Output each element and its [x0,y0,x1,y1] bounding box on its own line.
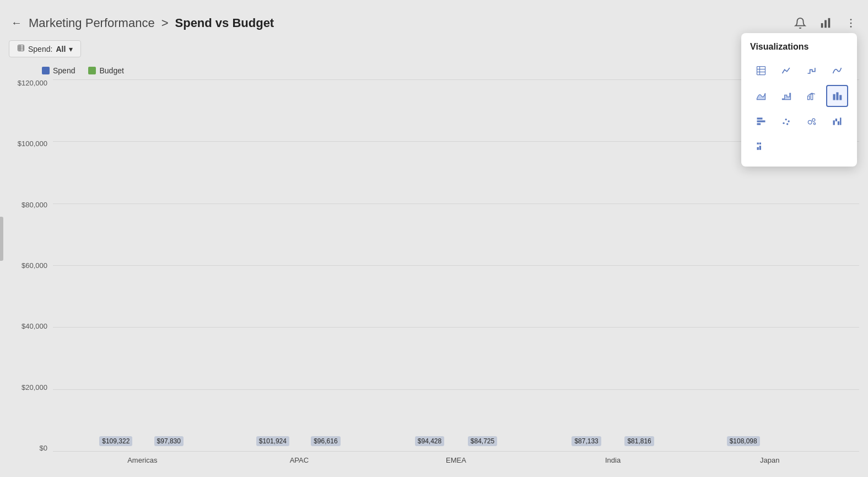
svg-rect-31 [838,121,839,125]
svg-point-23 [785,119,787,120]
viz-item-combo[interactable] [801,85,823,107]
back-button[interactable]: ← [9,14,24,31]
svg-rect-35 [757,143,759,144]
svg-point-27 [812,119,815,121]
x-label-india: India [562,456,664,464]
viz-item-table[interactable] [750,60,772,82]
spend-label-india: $87,133 [572,436,601,446]
svg-rect-15 [811,94,812,100]
filter-chevron: ▾ [69,45,73,53]
budget-label-emea: $84,725 [468,436,497,446]
filter-icon [17,44,25,53]
bell-button[interactable] [792,15,808,31]
y-label-80k: $80,000 [21,201,47,208]
svg-rect-30 [835,119,837,121]
y-axis: $120,000 $100,000 $80,000 $60,000 $40,00… [9,79,53,468]
svg-rect-20 [757,120,765,122]
budget-label-americas: $97,830 [154,436,184,446]
breadcrumb-separator: > [161,16,169,30]
x-axis: AmericasAPACEMEAIndiaJapan [53,452,859,468]
viz-grid [750,60,848,158]
svg-rect-34 [759,146,761,150]
svg-rect-6 [18,45,24,51]
spend-label-americas: $109,322 [99,436,132,446]
visualizations-panel: Visualizations [741,33,857,167]
main-container: ← Marketing Performance > Spend vs Budge… [0,0,868,477]
legend: Spend Budget [9,64,859,79]
viz-item-bar[interactable] [826,85,848,107]
spend-label-apac: $101,924 [256,436,289,446]
svg-rect-0 [821,23,823,28]
svg-rect-17 [836,92,838,100]
y-label-60k: $60,000 [21,262,47,269]
viz-item-area[interactable] [750,85,772,107]
budget-label-india: $81,816 [624,436,654,446]
svg-point-24 [788,120,790,122]
bars-container: $109,322$97,830$101,924$96,616$94,428$84… [53,79,859,452]
svg-rect-2 [828,18,831,27]
breadcrumb-current: Spend vs Budget [175,16,274,30]
spend-label-emea: $94,428 [415,436,444,446]
viz-item-bubble[interactable] [801,110,823,132]
y-label-20k: $20,000 [21,384,47,391]
budget-label-apac: $96,616 [311,436,340,446]
chart-body: $109,322$97,830$101,924$96,616$94,428$84… [53,79,859,468]
svg-rect-16 [833,94,835,100]
filter-label: Spend: [28,45,52,53]
svg-point-4 [850,22,852,24]
header-right [792,15,859,31]
legend-budget-label: Budget [99,66,123,75]
filter-bar: Spend: All ▾ [9,40,859,57]
svg-rect-32 [840,117,842,125]
y-label-40k: $40,000 [21,323,47,330]
more-button[interactable] [843,15,859,31]
viz-item-horizontal-bar[interactable] [750,110,772,132]
viz-item-waterfall[interactable] [826,110,848,132]
breadcrumb-parent: Marketing Performance [29,16,155,30]
svg-point-26 [808,120,812,124]
x-label-japan: Japan [719,456,821,464]
viz-item-stepped-line[interactable] [801,60,823,82]
legend-spend: Spend [42,66,75,75]
viz-item-line[interactable] [775,60,797,82]
x-label-emea: EMEA [405,456,507,464]
viz-item-curved-line[interactable] [826,60,848,82]
svg-point-22 [783,122,784,124]
left-scroll-indicator [0,217,3,261]
y-label-0: $0 [40,444,47,452]
chart-wrapper: Spend Budget $120,000 $100,000 $80,000 $… [9,64,859,468]
x-label-americas: Americas [91,456,193,464]
svg-point-25 [786,123,788,125]
spend-label-japan: $108,098 [727,436,760,446]
viz-item-scatter[interactable] [775,110,797,132]
svg-rect-36 [759,143,761,144]
svg-rect-10 [757,67,765,75]
svg-rect-18 [839,95,842,100]
legend-budget: Budget [88,66,123,75]
filter-value: All [56,45,66,53]
x-label-apac: APAC [248,456,351,464]
svg-rect-33 [757,147,759,150]
viz-item-stepped-area[interactable] [775,85,797,107]
svg-point-28 [813,123,815,125]
svg-point-3 [850,19,852,20]
svg-rect-14 [808,96,810,100]
y-label-120k: $120,000 [18,79,47,87]
y-label-100k: $100,000 [18,140,47,147]
legend-budget-color [88,67,96,74]
spend-filter-button[interactable]: Spend: All ▾ [9,40,81,57]
svg-rect-19 [757,117,763,119]
header-left: ← Marketing Performance > Spend vs Budge… [9,14,274,31]
visualizations-title: Visualizations [750,42,848,52]
viz-item-small-multiples[interactable] [750,136,772,158]
svg-point-5 [850,26,852,28]
svg-rect-29 [833,120,835,125]
legend-spend-label: Spend [53,66,75,75]
chart-button[interactable] [817,15,834,31]
legend-spend-color [42,67,50,74]
chart-area: $120,000 $100,000 $80,000 $60,000 $40,00… [9,79,859,468]
svg-rect-21 [757,123,761,125]
header: ← Marketing Performance > Spend vs Budge… [9,9,859,40]
svg-rect-1 [824,20,827,28]
